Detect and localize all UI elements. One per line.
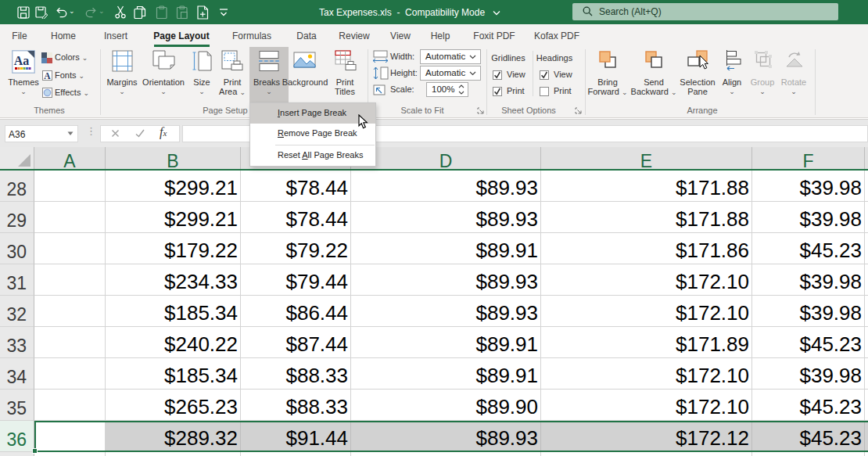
svg-text:Aa: Aa bbox=[14, 54, 30, 67]
svg-text:A: A bbox=[44, 71, 51, 81]
